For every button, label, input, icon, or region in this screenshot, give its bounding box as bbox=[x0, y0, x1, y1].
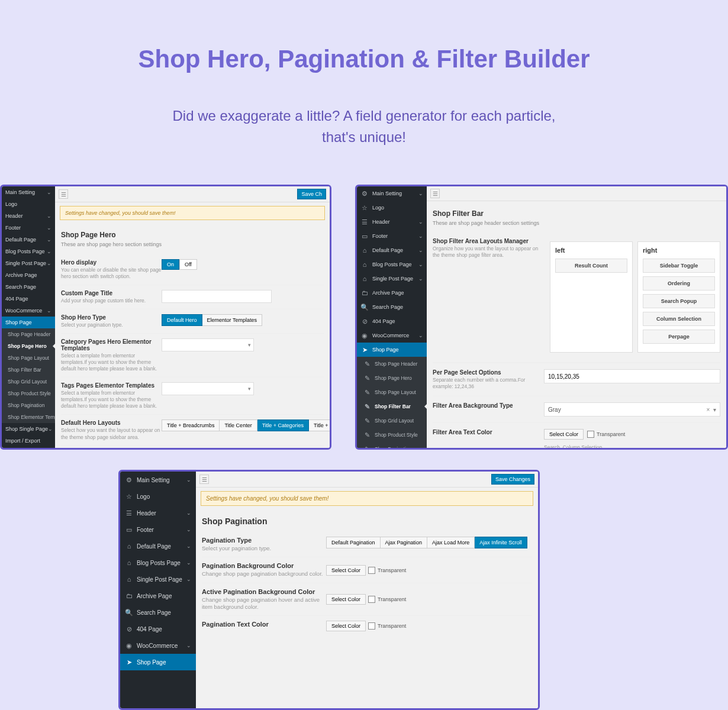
hamburger-icon[interactable]: ☰ bbox=[199, 475, 209, 484]
btn-title-categories[interactable]: Title + Categories bbox=[257, 419, 309, 431]
sidebar-item-404[interactable]: 404 Page bbox=[2, 293, 55, 305]
btn-default-pagination[interactable]: Default Pagination bbox=[326, 537, 381, 548]
sidebar-sub-shop-pagination[interactable]: ✎Shop Pagination bbox=[357, 442, 427, 448]
btn-title-breadcrumbs[interactable]: Title + Breadcrumbs bbox=[162, 419, 220, 431]
layout-box-result-count[interactable]: Result Count bbox=[555, 259, 627, 273]
select-color-button[interactable]: Select Color bbox=[544, 429, 584, 440]
btn-ajax-load-more[interactable]: Ajax Load More bbox=[427, 537, 475, 548]
sidebar-item-shop-page[interactable]: ➤Shop Page bbox=[357, 343, 427, 357]
category-template-dropdown[interactable]: ▾ bbox=[162, 338, 254, 351]
sidebar-item-shop-page[interactable]: ➤Shop Page bbox=[120, 654, 196, 670]
sidebar-item-main-setting[interactable]: ⚙Main Setting⌄ bbox=[357, 186, 427, 201]
sidebar-item-404[interactable]: ⊘404 Page bbox=[120, 621, 196, 637]
sidebar-sub-shop-filter[interactable]: ✎Shop Filter Bar bbox=[357, 399, 427, 414]
save-button[interactable]: Save Changes bbox=[491, 474, 534, 485]
sidebar-item-woocommerce[interactable]: ◉WooCommerce⌄ bbox=[120, 637, 196, 654]
sidebar-item-import-export[interactable]: Import / Export bbox=[2, 435, 55, 447]
sidebar-item-header[interactable]: ☰Header⌄ bbox=[120, 505, 196, 521]
select-color-button[interactable]: Select Color bbox=[326, 621, 366, 631]
chevron-down-icon: ⌄ bbox=[186, 560, 191, 566]
sidebar-item-logo[interactable]: ☆Logo bbox=[120, 488, 196, 505]
extra-text: Search, Column Selection bbox=[544, 444, 720, 448]
transparent-checkbox[interactable]: Transparent bbox=[368, 567, 406, 574]
sidebar-sub-shop-filter[interactable]: Shop Filter Bar bbox=[2, 364, 55, 376]
sidebar-sub-shop-header[interactable]: ✎Shop Page Header bbox=[357, 357, 427, 371]
sidebar-item-default-page[interactable]: Default Page⌄ bbox=[2, 234, 55, 246]
switch-on[interactable]: On bbox=[162, 259, 179, 270]
sidebar-item-footer[interactable]: ▭Footer⌄ bbox=[357, 229, 427, 243]
sidebar-item-default-page[interactable]: ⌂Default Page⌄ bbox=[357, 243, 427, 257]
sidebar-item-support[interactable]: Support bbox=[2, 447, 55, 448]
switch-off[interactable]: Off bbox=[179, 259, 197, 270]
layout-box-search-popup[interactable]: Search Popup bbox=[643, 294, 715, 308]
sidebar-sub-shop-layout[interactable]: Shop Page Layout bbox=[2, 352, 55, 364]
layout-box-perpage[interactable]: Perpage bbox=[643, 330, 715, 344]
sidebar-item-main-setting[interactable]: ⚙Main Setting⌄ bbox=[120, 472, 196, 488]
field-default-hero-layouts: Default Hero Layouts Select how you want… bbox=[61, 415, 324, 446]
per-page-input[interactable] bbox=[544, 369, 720, 383]
sidebar-item-archive[interactable]: 🗀Archive Page bbox=[120, 588, 196, 604]
sidebar-item-header[interactable]: Header⌄ bbox=[2, 210, 55, 222]
sidebar-item-blog-posts[interactable]: ⌂Blog Posts Page⌄ bbox=[357, 257, 427, 272]
btn-title-center[interactable]: Title Center bbox=[220, 419, 257, 431]
sidebar-item-single-post[interactable]: Single Post Page⌄ bbox=[2, 257, 55, 269]
hamburger-icon[interactable]: ☰ bbox=[430, 189, 440, 198]
btn-ajax-infinite-scroll[interactable]: Ajax Infinite Scroll bbox=[475, 537, 527, 548]
transparent-checkbox[interactable]: Transparent bbox=[368, 596, 406, 603]
sidebar-item-blog-posts[interactable]: Blog Posts Page⌄ bbox=[2, 246, 55, 257]
transparent-checkbox[interactable]: Transparent bbox=[587, 431, 625, 438]
sidebar-item-single-post[interactable]: ⌂Single Post Page⌄ bbox=[357, 272, 427, 286]
btn-title-categories-s[interactable]: Title + Categories S bbox=[309, 419, 330, 431]
sidebar-sub-shop-pagination[interactable]: Shop Pagination bbox=[2, 399, 55, 411]
sidebar-sub-shop-layout[interactable]: ✎Shop Page Layout bbox=[357, 385, 427, 399]
btn-default-hero[interactable]: Default Hero bbox=[162, 314, 202, 326]
sidebar-sub-shop-product[interactable]: ✎Shop Product Style bbox=[357, 428, 427, 442]
layout-box-column-selection[interactable]: Column Selection bbox=[643, 312, 715, 326]
sidebar-sub-shop-grid[interactable]: ✎Shop Grid Layout bbox=[357, 414, 427, 428]
tags-template-dropdown[interactable]: ▾ bbox=[162, 382, 254, 395]
sidebar-item-woocommerce[interactable]: ◉WooCommerce⌄ bbox=[357, 328, 427, 343]
custom-title-input[interactable] bbox=[162, 290, 272, 303]
sidebar-item-footer[interactable]: ▭Footer⌄ bbox=[120, 521, 196, 538]
sidebar-item-logo[interactable]: Logo bbox=[2, 198, 55, 210]
sidebar-item-archive[interactable]: 🗀Archive Page bbox=[357, 286, 427, 300]
pagination-type-buttons: Default Pagination Ajax Pagination Ajax … bbox=[326, 537, 527, 548]
select-color-button[interactable]: Select Color bbox=[326, 594, 366, 605]
layout-box-ordering[interactable]: Ordering bbox=[643, 276, 715, 291]
select-color-button[interactable]: Select Color bbox=[326, 565, 366, 576]
sidebar-item-default-page[interactable]: ⌂Default Page⌄ bbox=[120, 538, 196, 554]
sidebar-item-shop-single[interactable]: Shop Single Page⌄ bbox=[2, 423, 55, 435]
bg-type-select[interactable]: Gray × ▾ bbox=[544, 402, 720, 417]
clear-icon[interactable]: × ▾ bbox=[707, 406, 716, 413]
sidebar-item-single-post[interactable]: ⌂Single Post Page⌄ bbox=[120, 571, 196, 588]
sidebar-item-woocommerce[interactable]: WooCommerce⌄ bbox=[2, 305, 55, 317]
sidebar-item-footer[interactable]: Footer⌄ bbox=[2, 222, 55, 234]
content: Shop Page Hero These are shop page hero … bbox=[55, 222, 330, 448]
hero-display-switch[interactable]: On Off bbox=[162, 259, 197, 270]
sidebar-sub-shop-hero[interactable]: ✎Shop Page Hero bbox=[357, 371, 427, 385]
btn-ajax-pagination[interactable]: Ajax Pagination bbox=[381, 537, 428, 548]
main-content-c: ☰ Save Changes Settings have changed, yo… bbox=[196, 472, 538, 708]
sidebar-item-blog-posts[interactable]: ⌂Blog Posts Page⌄ bbox=[120, 554, 196, 571]
transparent-checkbox[interactable]: Transparent bbox=[368, 622, 406, 630]
sidebar-sub-shop-hero[interactable]: Shop Page Hero bbox=[2, 340, 55, 352]
btn-elementor-templates[interactable]: Elementor Templates bbox=[202, 314, 262, 326]
layout-box-sidebar-toggle[interactable]: Sidebar Toggle bbox=[643, 259, 715, 273]
save-button[interactable]: Save Ch bbox=[297, 189, 326, 199]
menu-icon: ☰ bbox=[360, 218, 369, 226]
sidebar-item-header[interactable]: ☰Header⌄ bbox=[357, 215, 427, 229]
sidebar-item-main-setting[interactable]: Main Setting⌄ bbox=[2, 186, 55, 198]
hamburger-icon[interactable]: ☰ bbox=[59, 189, 68, 199]
sidebar-item-search[interactable]: 🔍Search Page bbox=[357, 300, 427, 314]
sidebar-item-search[interactable]: Search Page bbox=[2, 281, 55, 293]
field-hint: You can enable or disable the site shop … bbox=[61, 267, 162, 280]
sidebar-sub-shop-header[interactable]: Shop Page Header bbox=[2, 328, 55, 340]
sidebar-sub-shop-grid[interactable]: Shop Grid Layout bbox=[2, 376, 55, 388]
sidebar-item-archive[interactable]: Archive Page bbox=[2, 269, 55, 281]
sidebar-item-404[interactable]: ⊘404 Page bbox=[357, 314, 427, 328]
sidebar-item-shop-page[interactable]: Shop Page bbox=[2, 317, 55, 328]
sidebar-item-search[interactable]: 🔍Search Page bbox=[120, 604, 196, 621]
sidebar-sub-shop-product[interactable]: Shop Product Style bbox=[2, 388, 55, 399]
sidebar-sub-shop-elementor[interactable]: Shop Elementor Template bbox=[2, 411, 55, 423]
sidebar-item-logo[interactable]: ☆Logo bbox=[357, 201, 427, 215]
